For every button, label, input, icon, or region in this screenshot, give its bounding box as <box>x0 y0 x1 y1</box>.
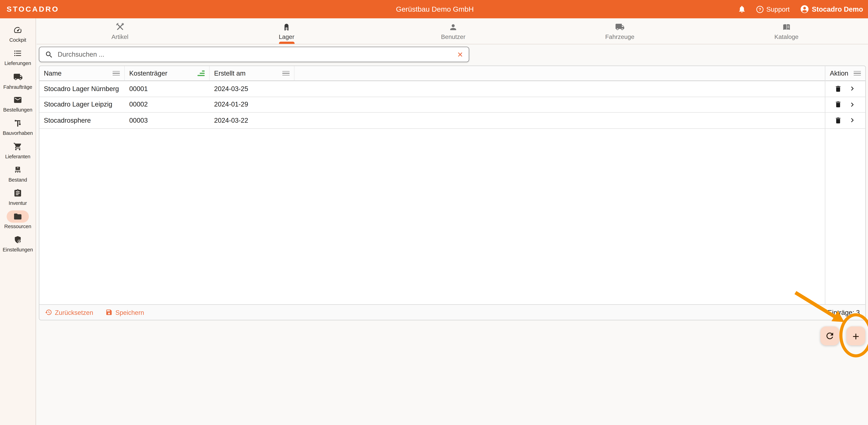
pallet-icon <box>13 165 22 174</box>
cell-kostentraeger: 00001 <box>125 81 210 96</box>
topbar: STOCADRO Gerüstbau Demo GmbH ? Support S… <box>0 0 868 18</box>
search-icon <box>45 50 53 59</box>
clear-search-icon[interactable]: ✕ <box>457 51 463 58</box>
help-icon: ? <box>756 5 764 13</box>
delete-icon[interactable] <box>834 101 842 108</box>
sidebar-item-bestellungen[interactable]: Bestellungen <box>0 91 35 115</box>
svg-text:?: ? <box>758 7 761 11</box>
cart-icon <box>13 142 22 151</box>
lager-table-card: Name Kostenträger Erstellt am Aktion <box>39 65 866 320</box>
table-header: Name Kostenträger Erstellt am Aktion <box>39 66 865 81</box>
column-menu-icon[interactable] <box>854 71 861 76</box>
table-row[interactable]: Stocadrosphere 00003 2024-03-22 <box>39 113 865 129</box>
clipboard-icon <box>13 189 22 198</box>
sidebar-item-fahrauftraege[interactable]: Fahraufträge <box>0 68 35 91</box>
tab-artikel[interactable]: Artikel <box>37 18 203 44</box>
table-footer: Zurücksetzen Speichern Einträge: 3 <box>39 304 865 320</box>
chevron-right-icon[interactable] <box>848 84 857 93</box>
refresh-icon <box>825 331 835 341</box>
refresh-button[interactable] <box>820 327 839 345</box>
sidebar-item-bestand[interactable]: Bestand <box>0 162 35 185</box>
cell-erstellt-am: 2024-03-22 <box>210 113 294 128</box>
column-menu-icon[interactable] <box>113 71 120 76</box>
column-menu-icon[interactable] <box>282 71 289 76</box>
column-header-kostentraeger[interactable]: Kostenträger <box>125 66 210 81</box>
sidebar-item-cockpit[interactable]: Cockpit <box>0 22 35 45</box>
sidebar-item-bauvorhaben[interactable]: Bauvorhaben <box>0 115 35 138</box>
support-label: Support <box>766 5 789 13</box>
vehicle-truck-icon <box>615 22 624 32</box>
cell-erstellt-am: 2024-03-25 <box>210 81 294 96</box>
search-input[interactable] <box>58 51 457 58</box>
catalog-book-icon <box>782 22 791 31</box>
truck-icon <box>13 72 22 81</box>
chevron-right-icon[interactable] <box>848 116 857 124</box>
crane-icon <box>13 119 22 128</box>
support-button[interactable]: ? Support <box>756 5 790 13</box>
column-header-aktion[interactable]: Aktion <box>825 66 865 81</box>
sidebar-item-lieferungen[interactable]: Lieferungen <box>0 45 35 68</box>
save-button[interactable]: Speichern <box>105 309 144 316</box>
tools-icon <box>115 22 125 32</box>
user-menu[interactable]: Stocadro Demo <box>800 4 863 14</box>
tab-benutzer[interactable]: Benutzer <box>370 18 536 44</box>
tab-lager[interactable]: Lager <box>203 18 370 44</box>
sidebar-item-einstellungen[interactable]: Einstellungen <box>0 231 35 255</box>
cell-kostentraeger: 00003 <box>125 113 210 128</box>
delete-icon[interactable] <box>834 116 842 124</box>
search-bar: ✕ <box>39 47 469 62</box>
person-icon <box>449 22 458 31</box>
cell-erstellt-am: 2024-01-29 <box>210 97 294 112</box>
add-button[interactable]: + <box>846 327 865 345</box>
sidebar-item-ressourcen[interactable]: Ressourcen <box>0 208 35 231</box>
delete-icon[interactable] <box>834 85 842 93</box>
cell-name: Stocadro Lager Leipzig <box>39 97 125 112</box>
reset-button[interactable]: Zurücksetzen <box>45 309 93 316</box>
plus-icon: + <box>852 330 859 342</box>
mail-icon <box>13 95 22 105</box>
entries-count: Einträge: 3 <box>828 308 860 316</box>
table-empty-area <box>39 129 865 304</box>
save-icon <box>105 309 113 316</box>
sort-ascending-icon[interactable] <box>197 71 205 76</box>
column-header-name[interactable]: Name <box>39 66 125 81</box>
stocadro-logo: STOCADRO <box>7 5 59 13</box>
speedometer-icon <box>13 26 22 34</box>
user-name: Stocadro Demo <box>812 5 863 13</box>
notifications-bell-icon[interactable] <box>738 5 746 13</box>
tab-bar: Artikel Lager Benutzer Fahrzeuge <box>37 18 868 44</box>
chevron-right-icon[interactable] <box>848 101 857 109</box>
company-title: Gerüstbau Demo GmbH <box>396 5 474 13</box>
history-icon <box>45 309 52 316</box>
tab-fahrzeuge[interactable]: Fahrzeuge <box>536 18 703 44</box>
shield-user-icon <box>13 235 22 244</box>
table-row[interactable]: Stocadro Lager Nürnberg 00001 2024-03-25 <box>39 81 865 97</box>
cell-kostentraeger: 00002 <box>125 97 210 112</box>
cell-name: Stocadrosphere <box>39 113 125 128</box>
account-circle-icon <box>800 4 809 14</box>
column-header-filler <box>294 66 826 81</box>
column-header-erstellt-am[interactable]: Erstellt am <box>210 66 294 81</box>
cell-name: Stocadro Lager Nürnberg <box>39 81 125 96</box>
table-row[interactable]: Stocadro Lager Leipzig 00002 2024-01-29 <box>39 97 865 113</box>
warehouse-icon <box>282 22 291 32</box>
folder-icon <box>13 212 22 221</box>
tab-kataloge[interactable]: Kataloge <box>703 18 868 44</box>
list-icon <box>13 49 22 58</box>
sidebar: Cockpit Lieferungen Fahraufträge Bestell… <box>0 18 36 425</box>
sidebar-item-inventur[interactable]: Inventur <box>0 185 35 208</box>
app-window: STOCADRO Gerüstbau Demo GmbH ? Support S… <box>0 0 868 425</box>
main-area: Artikel Lager Benutzer Fahrzeuge <box>37 18 868 425</box>
sidebar-item-lieferanten[interactable]: Lieferanten <box>0 138 35 162</box>
